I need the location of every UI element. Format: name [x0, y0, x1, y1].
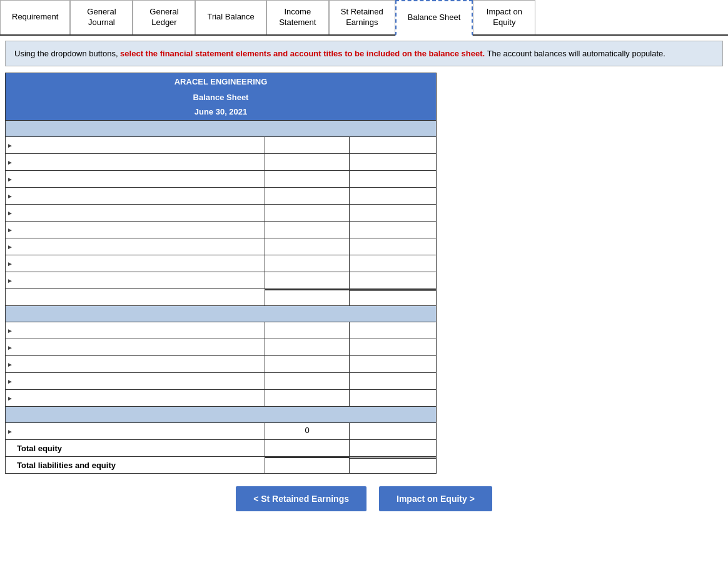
tab-balance-sheet-label: Balance Sheet: [408, 13, 461, 23]
row-val1-cell[interactable]: [265, 154, 350, 170]
dropdown-arrow-icon[interactable]: ►: [7, 142, 13, 149]
row-val2-cell[interactable]: [350, 373, 436, 389]
dropdown-arrow-icon[interactable]: ►: [7, 327, 13, 334]
table-row: ►: [6, 136, 436, 153]
total-liabilities-val2[interactable]: [350, 457, 436, 473]
dropdown-arrow-icon[interactable]: ►: [7, 428, 13, 435]
row-val2-cell[interactable]: [350, 171, 436, 187]
total-liabilities-val1[interactable]: [265, 457, 350, 473]
dropdown-arrow-icon[interactable]: ►: [7, 277, 13, 284]
prev-button[interactable]: < St Retained Earnings: [236, 486, 367, 511]
row-val2-cell[interactable]: [350, 272, 436, 288]
table-row: ►: [6, 153, 436, 170]
row-val1-cell[interactable]: [265, 322, 350, 339]
subtotal-val2-cell[interactable]: [350, 289, 436, 305]
section-label: [6, 121, 436, 136]
row-label-cell[interactable]: ►: [6, 339, 265, 355]
row-label-cell[interactable]: ►: [6, 222, 265, 238]
table-row: ►: [6, 372, 436, 389]
next-button[interactable]: Impact on Equity >: [379, 486, 492, 511]
dropdown-arrow-icon[interactable]: ►: [7, 210, 13, 217]
tab-general-journal[interactable]: GeneralJournal: [70, 0, 133, 34]
dropdown-arrow-icon[interactable]: ►: [7, 344, 13, 351]
row-val2-cell[interactable]: [350, 339, 436, 355]
instruction-prefix: Using the dropdown buttons,: [14, 49, 120, 58]
tab-trial-balance[interactable]: Trial Balance: [195, 0, 266, 34]
row-val2-cell[interactable]: [350, 188, 436, 204]
row-label-cell[interactable]: ►: [6, 423, 265, 439]
row-val1-cell[interactable]: [265, 373, 350, 389]
total-equity-val2[interactable]: [350, 440, 436, 456]
instruction-suffix: The account balances will automatically …: [485, 49, 665, 58]
row-label-cell[interactable]: ►: [6, 373, 265, 389]
row-label-cell[interactable]: ►: [6, 188, 265, 204]
tab-impact-on-equity-label: Impact onEquity: [487, 7, 522, 28]
tab-general-journal-label: GeneralJournal: [87, 7, 116, 28]
row-val1-cell[interactable]: [265, 272, 350, 288]
table-row: ►: [6, 255, 436, 272]
row-val2-cell[interactable]: [350, 255, 436, 272]
table-row: ►: [6, 238, 436, 255]
dropdown-arrow-icon[interactable]: ►: [7, 193, 13, 200]
main-content: ARACEL ENGINEERING Balance Sheet June 30…: [0, 73, 728, 524]
table-row: ►: [6, 272, 436, 288]
row-label-cell[interactable]: ►: [6, 205, 265, 221]
total-equity-val1[interactable]: [265, 440, 350, 456]
row-label-cell[interactable]: ►: [6, 137, 265, 153]
row-label-cell[interactable]: ►: [6, 272, 265, 288]
row-val1-cell[interactable]: [265, 137, 350, 153]
row-val2-cell[interactable]: [350, 137, 436, 153]
table-row: ►: [6, 170, 436, 187]
dropdown-arrow-icon[interactable]: ►: [7, 227, 13, 233]
row-label-cell[interactable]: ►: [6, 238, 265, 255]
tab-general-ledger[interactable]: GeneralLedger: [133, 0, 195, 34]
row-label-cell[interactable]: ►: [6, 171, 265, 187]
row-val2-cell[interactable]: [350, 222, 436, 238]
table-row: [6, 120, 436, 136]
tab-trial-balance-label: Trial Balance: [207, 12, 254, 23]
row-val1-cell[interactable]: [265, 356, 350, 372]
row-val2-cell[interactable]: [350, 356, 436, 372]
row-val2-cell[interactable]: [350, 154, 436, 170]
row-val1-cell[interactable]: [265, 390, 350, 406]
table-row: ►: [6, 322, 436, 339]
row-val1-cell[interactable]: [265, 171, 350, 187]
tab-income-statement[interactable]: IncomeStatement: [266, 0, 329, 34]
dropdown-arrow-icon[interactable]: ►: [7, 260, 13, 267]
row-val1-cell[interactable]: [265, 222, 350, 238]
row-val2-cell[interactable]: [350, 390, 436, 406]
tab-income-statement-label: IncomeStatement: [279, 7, 316, 28]
tab-st-retained-earnings-label: St RetainedEarnings: [341, 7, 383, 28]
row-label-cell[interactable]: ►: [6, 390, 265, 406]
row-val1-cell[interactable]: [265, 205, 350, 221]
row-val1-cell[interactable]: [265, 255, 350, 272]
row-val1-with-zero[interactable]: 0: [265, 423, 350, 439]
row-val1-cell[interactable]: [265, 188, 350, 204]
row-val2-cell[interactable]: [350, 238, 436, 255]
row-label-cell[interactable]: ►: [6, 154, 265, 170]
dropdown-arrow-icon[interactable]: ►: [7, 176, 13, 183]
row-val2-cell[interactable]: [350, 423, 436, 439]
dropdown-arrow-icon[interactable]: ►: [7, 395, 13, 402]
row-val2-cell[interactable]: [350, 205, 436, 221]
table-row: ►: [6, 355, 436, 372]
table-row: ►: [6, 389, 436, 406]
dropdown-arrow-icon[interactable]: ►: [7, 378, 13, 385]
tab-st-retained-earnings[interactable]: St RetainedEarnings: [329, 0, 395, 34]
row-label-cell[interactable]: ►: [6, 356, 265, 372]
dropdown-arrow-icon[interactable]: ►: [7, 361, 13, 368]
tab-balance-sheet[interactable]: Balance Sheet: [395, 0, 473, 36]
row-label-cell[interactable]: ►: [6, 255, 265, 272]
dropdown-arrow-icon[interactable]: ►: [7, 159, 13, 166]
tab-impact-on-equity[interactable]: Impact onEquity: [473, 0, 535, 34]
row-val1-cell[interactable]: [265, 238, 350, 255]
row-val1-cell[interactable]: [265, 339, 350, 355]
section-label: [6, 407, 436, 422]
dropdown-arrow-icon[interactable]: ►: [7, 243, 13, 250]
row-label-cell[interactable]: ►: [6, 322, 265, 339]
subtotal-val1-cell[interactable]: [265, 289, 350, 305]
total-equity-label: Total equity: [6, 440, 265, 456]
balance-sheet-table: ARACEL ENGINEERING Balance Sheet June 30…: [5, 73, 437, 474]
tab-requirement[interactable]: Requirement: [0, 0, 70, 34]
row-val2-cell[interactable]: [350, 322, 436, 339]
